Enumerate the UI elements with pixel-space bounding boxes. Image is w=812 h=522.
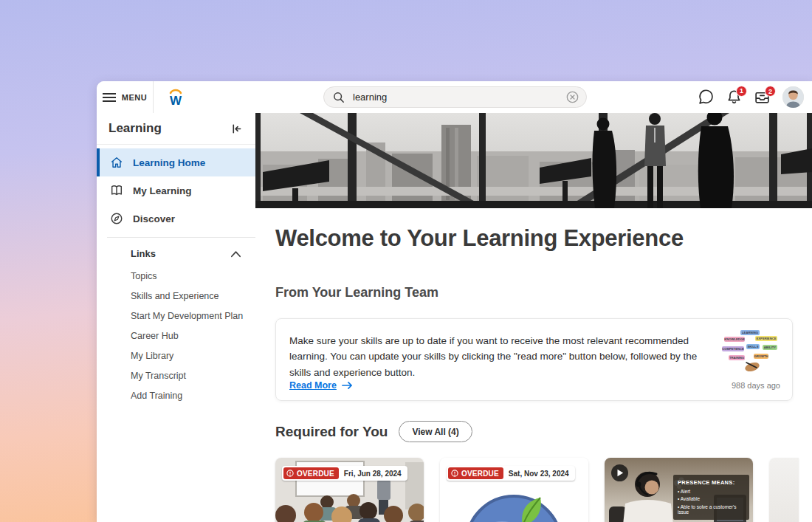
notifications-badge: 1 — [736, 86, 747, 97]
app-window: MENU W — [97, 81, 812, 522]
workday-logo[interactable]: W — [165, 86, 186, 109]
open-book-icon — [110, 184, 123, 197]
search-clear-button[interactable] — [566, 91, 579, 103]
svg-text:LEARNING: LEARNING — [742, 331, 758, 334]
overlay-bullet: Able to solve a customer's issue — [678, 504, 745, 515]
announcement-thumbnail: LEARNING KNOWLEDGE EXPERIENCE COMPETENCE… — [721, 329, 780, 371]
search-icon — [333, 92, 345, 103]
avatar-photo — [782, 86, 804, 108]
announcement-body: Make sure your skills are up to date if … — [289, 333, 699, 380]
chat-button[interactable] — [698, 89, 715, 106]
inbox-button[interactable]: 2 — [754, 89, 771, 105]
sidebar-header: Learning — [97, 113, 255, 145]
sidebar-item-label: Discover — [133, 213, 175, 224]
sidebar-nav: Learning Home My Learning Discover — [97, 145, 255, 233]
read-more-label: Read More — [289, 380, 337, 391]
menu-button[interactable]: MENU — [97, 81, 154, 113]
compass-icon — [110, 212, 123, 225]
overdue-label: OVERDUE — [297, 470, 334, 478]
overlay-bullet: Available — [678, 496, 745, 501]
notifications-button[interactable]: 1 — [726, 89, 742, 106]
sidebar-item-learning-home[interactable]: Learning Home — [97, 148, 255, 176]
sidebar-title: Learning — [109, 121, 162, 136]
sidebar-link-my-transcript[interactable]: My Transcript — [131, 366, 255, 386]
search-bar — [323, 86, 587, 108]
collapse-sidebar-button[interactable] — [231, 123, 242, 134]
header-actions: 1 2 — [698, 81, 804, 113]
app-body: Learning Learning Home — [97, 113, 812, 522]
sidebar-item-my-learning[interactable]: My Learning — [97, 176, 255, 205]
course-card-classroom[interactable]: OVERDUE Fri, Jun 28, 2024 — [275, 458, 424, 522]
hero-banner-image — [255, 113, 812, 208]
collapse-panel-icon — [231, 123, 242, 134]
svg-text:KNOWLEDGE: KNOWLEDGE — [724, 337, 745, 341]
svg-text:ABILITY: ABILITY — [764, 346, 776, 349]
sidebar-link-topics[interactable]: Topics — [131, 267, 255, 286]
view-all-button[interactable]: View All (4) — [399, 421, 472, 442]
inbox-badge: 2 — [765, 86, 776, 97]
due-date: Fri, Jun 28, 2024 — [344, 470, 402, 478]
play-icon — [616, 469, 624, 477]
overlay-title: PRESENCE MEANS: — [678, 479, 745, 486]
search-input[interactable] — [351, 91, 560, 103]
main-content: Welcome to Your Learning Experience From… — [255, 113, 812, 522]
chat-bubble-icon — [698, 89, 715, 106]
section-heading-from-your-learning-team: From Your Learning Team — [275, 285, 793, 301]
svg-text:EXPERIENCE: EXPERIENCE — [757, 337, 777, 340]
arrow-right-icon — [342, 381, 353, 390]
close-circle-icon — [566, 91, 579, 103]
menu-label: MENU — [122, 93, 147, 102]
required-for-you-header: Required for You View All (4) — [275, 421, 793, 442]
global-header: MENU W — [97, 81, 812, 113]
sidebar-link-start-my-development-plan[interactable]: Start My Development Plan — [131, 306, 255, 326]
svg-text:SKILLS: SKILLS — [748, 345, 759, 348]
svg-text:COMPETENCE: COMPETENCE — [722, 347, 744, 351]
course-card-partial[interactable] — [769, 458, 799, 522]
course-card-presence-video[interactable]: PRESENCE MEANS: Alert Available Able to … — [605, 458, 753, 522]
read-more-button[interactable]: Read More — [289, 380, 353, 391]
due-badge: OVERDUE Sat, Nov 23, 2024 — [447, 466, 575, 481]
chevron-up-icon — [230, 250, 241, 258]
home-icon — [110, 156, 123, 169]
announcement-card: Make sure your skills are up to date if … — [275, 318, 793, 401]
course-card-sustainability[interactable]: OVERDUE Sat, Nov 23, 2024 — [440, 458, 588, 522]
links-list: Topics Skills and Experience Start My De… — [97, 259, 255, 406]
learning-sidebar: Learning Learning Home — [97, 113, 255, 522]
due-date: Sat, Nov 23, 2024 — [509, 470, 569, 478]
due-badge: OVERDUE Fri, Jun 28, 2024 — [282, 466, 407, 481]
overlay-bullet: Alert — [678, 489, 745, 494]
sidebar-link-add-training[interactable]: Add Training — [131, 386, 255, 406]
page-content: Welcome to Your Learning Experience From… — [255, 225, 812, 522]
sidebar-item-label: Learning Home — [133, 157, 205, 168]
workday-logo-icon: W — [165, 86, 186, 109]
sidebar-link-career-hub[interactable]: Career Hub — [131, 326, 255, 346]
announcement-age: 988 days ago — [732, 381, 780, 390]
announcement-footer: Read More 988 days ago — [289, 380, 780, 391]
overdue-label: OVERDUE — [461, 470, 499, 478]
sidebar-item-discover[interactable]: Discover — [97, 205, 255, 233]
sidebar-item-label: My Learning — [133, 185, 192, 196]
video-caption-overlay: PRESENCE MEANS: Alert Available Able to … — [673, 475, 749, 520]
overdue-chip: OVERDUE — [283, 467, 339, 479]
svg-text:W: W — [170, 94, 182, 108]
svg-text:GROWTH: GROWTH — [754, 354, 768, 358]
alert-circle-icon — [286, 470, 294, 477]
hamburger-icon — [103, 92, 116, 103]
sidebar-link-skills-and-experience[interactable]: Skills and Experience — [131, 286, 255, 306]
svg-text:TRAINING: TRAINING — [729, 356, 744, 360]
links-section-title: Links — [131, 248, 156, 259]
page-title: Welcome to Your Learning Experience — [275, 225, 793, 252]
alert-circle-icon — [451, 470, 458, 477]
sidebar-link-my-library[interactable]: My Library — [131, 346, 255, 366]
required-courses-carousel: OVERDUE Fri, Jun 28, 2024 — [275, 458, 793, 522]
play-button[interactable] — [611, 464, 628, 481]
profile-avatar[interactable] — [782, 86, 804, 108]
links-section-toggle[interactable]: Links — [97, 238, 255, 259]
overdue-chip: OVERDUE — [448, 467, 503, 479]
section-heading-required-for-you: Required for You — [275, 424, 388, 440]
